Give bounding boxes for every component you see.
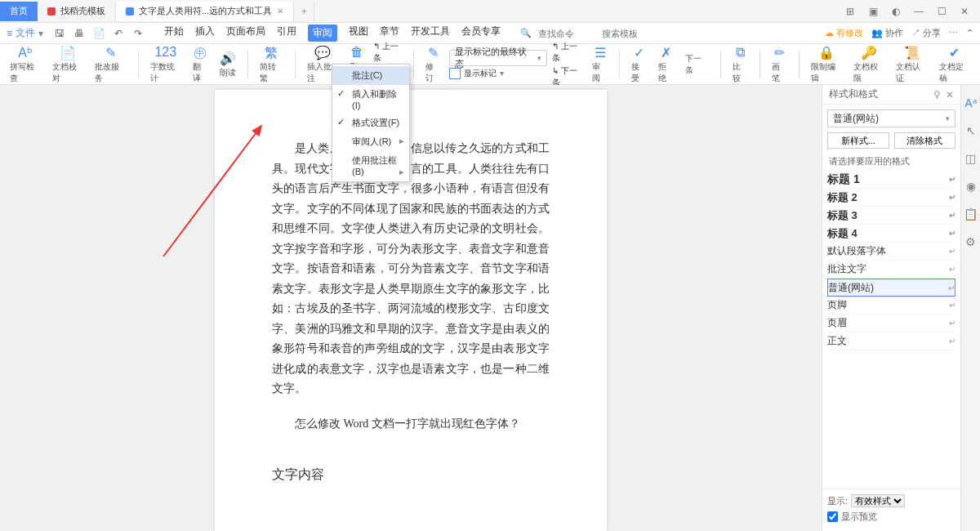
- minimize-icon[interactable]: —: [911, 4, 926, 19]
- tb-simplify[interactable]: 繁简转繁: [256, 45, 287, 84]
- preview-checkbox[interactable]: [827, 511, 838, 522]
- tb-reject[interactable]: ✗拒绝: [655, 45, 677, 84]
- layout1-icon[interactable]: ⊞: [843, 4, 858, 19]
- user-icon[interactable]: ◐: [889, 4, 903, 19]
- style-item[interactable]: 页眉↵: [827, 315, 956, 332]
- layout2-icon[interactable]: ▣: [866, 4, 880, 19]
- share-button[interactable]: ↗ 分享: [911, 27, 941, 39]
- preview-icon[interactable]: 📄: [92, 28, 105, 39]
- style-item[interactable]: 正文↵: [827, 332, 956, 350]
- tb-cert[interactable]: 📜文档认证: [893, 45, 930, 84]
- perm-icon: 🔑: [861, 45, 877, 60]
- style-item[interactable]: 普通(网站)↵: [827, 279, 956, 297]
- select-icon[interactable]: ↖: [966, 124, 976, 137]
- tb-next3[interactable]: 下一条: [682, 53, 712, 76]
- file-menu[interactable]: ≡ 文件 ▾: [7, 26, 43, 40]
- tab-new[interactable]: ＋: [294, 2, 314, 21]
- collapse-icon[interactable]: ⌃: [966, 28, 973, 38]
- chevron-down-icon: ▾: [946, 114, 950, 123]
- clear-format-button[interactable]: 清除格式: [894, 132, 956, 149]
- tb-correction[interactable]: ✎批改服务: [91, 45, 129, 84]
- undo-icon[interactable]: ↶: [112, 28, 125, 39]
- tb-spellcheck[interactable]: Aᵇ拼写检查: [7, 45, 44, 84]
- translate-icon: ㊥: [194, 45, 207, 60]
- tb-pen[interactable]: ✏画笔: [768, 45, 791, 84]
- tb-proof[interactable]: 📄文档校对: [49, 45, 87, 84]
- dd-comments[interactable]: 批注(C): [332, 66, 409, 85]
- mtab-start[interactable]: 开始: [164, 25, 184, 42]
- tb-wordcount[interactable]: 123字数统计: [147, 45, 185, 84]
- shapes-icon[interactable]: ◫: [965, 152, 976, 165]
- close-icon[interactable]: ✕: [277, 7, 283, 16]
- tb-perm[interactable]: 🔑文档权限: [850, 45, 888, 84]
- show-select[interactable]: 有效样式: [851, 494, 905, 507]
- style-item[interactable]: 页脚↵: [827, 297, 956, 315]
- mtab-view[interactable]: 视图: [349, 25, 368, 42]
- right-sidebar: Aᵃ ↖ ◫ ◉ 📋 ⚙: [960, 85, 980, 531]
- print-icon[interactable]: 🖶: [73, 28, 86, 39]
- style-item[interactable]: 默认段落字体↵: [827, 243, 956, 261]
- quick-icons: 🖫 🖶 📄 ↶ ↷: [53, 28, 145, 39]
- dd-insdel[interactable]: 插入和删除(I): [332, 85, 409, 114]
- search-tpl-input[interactable]: [602, 28, 659, 38]
- dd-balloons[interactable]: 使用批注框(B): [332, 151, 409, 180]
- tab-home[interactable]: 首页: [0, 2, 38, 21]
- mtab-dev[interactable]: 开发工具: [411, 25, 450, 42]
- proof-icon: 📄: [60, 45, 76, 60]
- tools-icon[interactable]: ⚙: [965, 235, 976, 248]
- clipboard-icon[interactable]: 📋: [964, 207, 978, 221]
- close-icon[interactable]: ✕: [946, 89, 954, 100]
- panel-label: 请选择要应用的格式: [822, 149, 960, 171]
- dd-format[interactable]: 格式设置(F): [332, 114, 409, 132]
- paragraph[interactable]: 怎么修改 Word 文档一打字就出现红色字体？: [272, 414, 550, 435]
- mtab-member[interactable]: 会员专享: [461, 25, 501, 42]
- close-icon[interactable]: ✕: [957, 4, 972, 19]
- style-item[interactable]: 标题 1↵: [827, 171, 956, 189]
- titlebar: 首页 找稻壳模板 文字是人类用符...远的方式和工具✕ ＋ ⊞ ▣ ◐ — ☐ …: [0, 0, 980, 23]
- dd-reviewer[interactable]: 审阅人(R): [332, 132, 409, 151]
- mtab-layout[interactable]: 页面布局: [226, 25, 265, 42]
- heading[interactable]: 文字内容: [272, 466, 550, 484]
- mtab-insert[interactable]: 插入: [195, 25, 215, 42]
- new-style-button[interactable]: 新样式...: [827, 132, 889, 149]
- tb-review[interactable]: ☰审阅: [589, 45, 611, 84]
- tb-final[interactable]: ✔文档定稿: [936, 45, 973, 84]
- display-markup-btn[interactable]: 显示标记 ▾: [449, 68, 547, 79]
- panel-title: 样式和格式: [829, 87, 878, 101]
- tb-prev2[interactable]: ↰ 上一条: [552, 41, 584, 64]
- tb-restrict[interactable]: 🔒限制编辑: [808, 45, 845, 84]
- style-item[interactable]: 标题 3↵: [827, 207, 956, 225]
- mtab-ref[interactable]: 引用: [277, 25, 296, 42]
- more-icon[interactable]: ⋯: [949, 28, 958, 38]
- tab-templates[interactable]: 找稻壳模板: [38, 2, 116, 21]
- display-mode-combo[interactable]: 显示标记的最终状态▾: [449, 50, 547, 66]
- separator: [295, 50, 296, 79]
- style-item[interactable]: 批注文字↵: [827, 261, 956, 279]
- current-style-select[interactable]: 普通(网站)▾: [827, 109, 956, 127]
- tb-track[interactable]: ✎修订: [422, 45, 444, 84]
- format-icon[interactable]: Aᵃ: [964, 96, 976, 109]
- style-item[interactable]: 标题 2↵: [827, 189, 956, 207]
- nav-icon[interactable]: ◉: [966, 180, 976, 193]
- search-cmd-input[interactable]: [538, 28, 595, 38]
- style-item[interactable]: 标题 4↵: [827, 225, 956, 243]
- redo-icon[interactable]: ↷: [131, 28, 145, 39]
- chevron-down-icon: ▾: [537, 54, 541, 62]
- tb-read[interactable]: 🔊朗读: [216, 51, 239, 78]
- pin-icon[interactable]: ⚲: [933, 89, 941, 100]
- maximize-icon[interactable]: ☐: [934, 4, 949, 19]
- mtab-review[interactable]: 审阅: [308, 25, 337, 42]
- paragraph[interactable]: 是人类用符号记录表达信息以传之久远的方式和工具。现代文字大多是记录语言的工具。人…: [272, 139, 550, 399]
- mtab-chapter[interactable]: 章节: [380, 25, 399, 42]
- tb-compare[interactable]: ⧉比较: [729, 45, 751, 84]
- cloud-status[interactable]: ☁ 有修改: [825, 27, 863, 39]
- tab-document[interactable]: 文字是人类用符...远的方式和工具✕: [116, 2, 294, 21]
- document-canvas[interactable]: 是人类用符号记录表达信息以传之久远的方式和工具。现代文字大多是记录语言的工具。人…: [0, 85, 822, 531]
- save-icon[interactable]: 🖫: [53, 28, 66, 39]
- separator: [760, 50, 760, 79]
- coop-button[interactable]: 👥 协作: [871, 27, 903, 39]
- tb-accept[interactable]: ✓接受: [628, 45, 650, 84]
- tb-translate[interactable]: ㊥翻译: [189, 45, 212, 84]
- doc-icon: [126, 7, 134, 16]
- tb-prev[interactable]: ↰ 上一条: [373, 41, 405, 64]
